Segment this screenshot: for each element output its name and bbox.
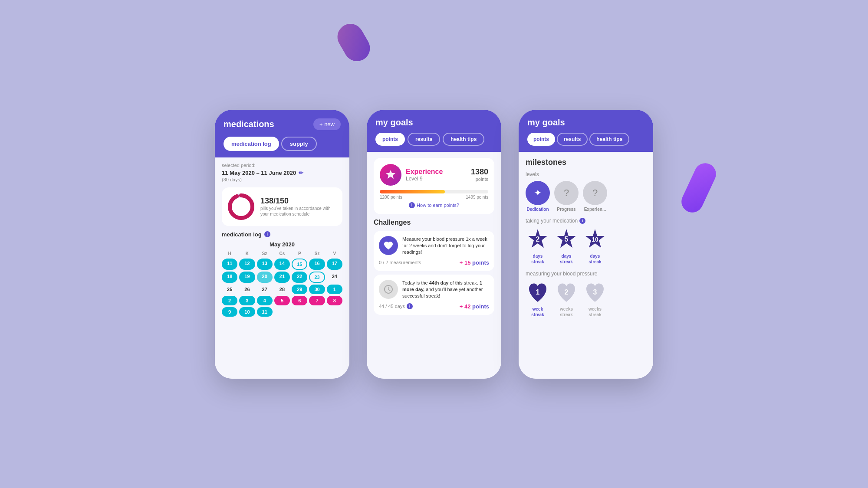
cal-day[interactable]: 10 [239,307,255,317]
cal-day[interactable]: 20 [257,272,273,283]
cal-day[interactable]: 29 [292,285,307,294]
challenge-2-points: + 42 points [460,303,489,310]
cal-day[interactable]: 14 [274,259,290,270]
streak-badge-10days-icon: 10 [583,227,607,252]
badge-experience: ? Experien... [583,181,607,212]
period-label: selected period: [222,163,342,168]
cal-day-empty [292,307,307,317]
medications-tab-row: medication log supply [224,137,341,151]
progress-badge-label: Progress [557,207,575,212]
svg-point-1 [230,195,253,218]
cal-day[interactable]: 18 [222,272,237,283]
tab-health-tips-m[interactable]: health tips [589,133,629,146]
how-to-earn-info-icon: i [409,202,415,208]
cal-day[interactable]: 22 [292,272,307,283]
cal-day[interactable]: 9 [222,307,237,317]
experience-level: Level 9 [406,176,467,182]
cal-day-empty [274,307,290,317]
cal-day[interactable]: 17 [327,259,342,270]
cal-day[interactable]: 2 [222,296,237,305]
cal-day[interactable]: 11 [257,307,273,317]
bp-streak-3weeks-icon: 3 [583,280,607,305]
streak-badge-10days: 10 daysstreak [583,227,607,265]
cal-day[interactable]: 26 [239,285,255,294]
progress-min: 1200 points [380,195,402,200]
cal-day[interactable]: 5 [274,296,290,305]
cal-day[interactable]: 15 [292,259,307,270]
challenge-1-progress: 0 / 2 measurements [379,260,421,265]
experience-badge-label: Experien... [584,207,606,212]
cal-day[interactable]: 3 [239,296,255,305]
period-days: (30 days) [222,177,342,182]
experience-points-number: 1380 [471,167,488,177]
experience-icon [380,164,401,186]
tab-results-m[interactable]: results [557,133,588,146]
bp-streak-2weeks-icon: 2 [554,280,579,305]
streak-2days-label: daysstreak [531,253,544,265]
edit-period-icon[interactable]: ✏ [299,170,303,176]
cal-day[interactable]: 12 [239,259,255,270]
challenge-2-progress: 44 / 45 days i [379,303,413,309]
cal-day[interactable]: 21 [274,272,290,283]
progress-max: 1499 points [466,195,488,200]
tab-points[interactable]: points [375,133,405,146]
phone-medications: medications + new medication log supply … [215,110,349,379]
challenge-card-2: Today is the 44th day of this streak. 1 … [374,275,494,315]
cal-day[interactable]: 30 [309,285,325,294]
med-log-info-icon: i [264,231,270,237]
cal-day[interactable]: 7 [309,296,325,305]
tab-health-tips[interactable]: health tips [443,133,484,146]
streak-badge-2days-icon: 2 [526,227,550,252]
cal-day[interactable]: 4 [257,296,273,305]
bp-streak-badge-2weeks: 2 weeksstreak [554,280,579,318]
experience-card: Experience Level 9 1380 points 1200 poin… [374,158,494,214]
cal-header-p: P [292,250,307,257]
bp-streak-badge-3weeks: 3 weeksstreak [583,280,607,318]
bp-streak-1week-num: 1 [536,288,540,296]
progress-bar-fill [380,190,445,193]
tab-medication-log[interactable]: medication log [224,137,279,151]
challenges-title: Challenges [374,219,494,226]
medications-title: medications [224,119,274,129]
decorative-pill-right [678,160,720,216]
challenge-1-text: Measure your blood pressure 1x a week fo… [402,236,489,256]
streak-badge-5days-num: 5 [565,236,569,243]
tab-results[interactable]: results [408,133,440,146]
tab-supply[interactable]: supply [281,137,317,151]
bp-streak-2weeks-num: 2 [565,288,569,296]
cal-day[interactable]: 28 [274,285,290,294]
cal-day[interactable]: 23 [309,272,325,283]
cal-day[interactable]: 11 [222,259,237,270]
phones-container: medications + new medication log supply … [215,110,653,379]
how-to-earn[interactable]: i How to earn points? [380,202,488,208]
progress-badge-circle: ? [554,181,579,205]
bp-streak-3weeks-num: 3 [593,288,597,296]
experience-top: Experience Level 9 1380 points [380,164,488,186]
cal-day[interactable]: 13 [257,259,273,270]
cal-day[interactable]: 19 [239,272,255,283]
donut-chart [227,193,255,221]
badge-progress: ? Progress [554,181,579,212]
challenge-2-text: Today is the 44th day of this streak. 1 … [402,280,489,300]
cal-day[interactable]: 24 [327,272,342,283]
experience-points-label: points [471,177,488,182]
cal-day[interactable]: 16 [309,259,325,270]
streak-10days-label: daysstreak [589,253,601,265]
levels-label: levels [526,171,646,177]
bp-3weeks-label: weeksstreak [589,306,602,318]
cal-day[interactable]: 8 [327,296,342,305]
period-value: 11 May 2020 – 11 June 2020 ✏ [222,170,342,176]
tab-points-m[interactable]: points [527,133,555,146]
cal-day[interactable]: 25 [222,285,237,294]
cal-day[interactable]: 6 [292,296,307,305]
challenge-2-top: Today is the 44th day of this streak. 1 … [379,280,489,300]
cal-day[interactable]: 27 [257,285,273,294]
cal-header-sz1: Sz [257,250,273,257]
goals-milestones-header: my goals points results health tips [519,110,653,152]
donut-description: pills you've taken in accordance with yo… [260,206,337,217]
new-button[interactable]: + new [313,118,341,130]
goals-milestones-body: milestones levels ✦ Dedication ? Progres… [519,152,653,379]
bp-1week-label: weekstreak [531,306,544,318]
cal-day[interactable]: 1 [327,285,342,294]
cal-header-h: H [222,250,237,257]
